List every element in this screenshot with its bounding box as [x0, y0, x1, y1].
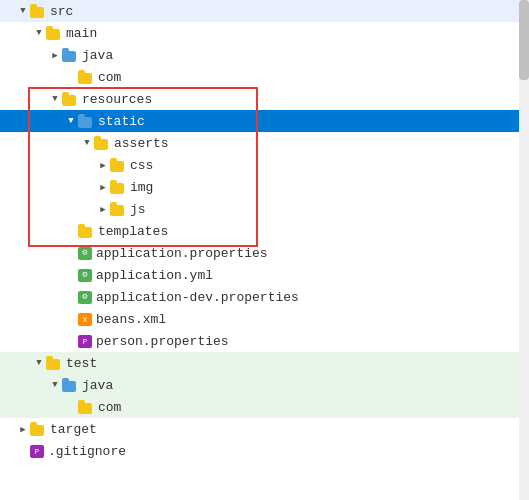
scrollbar[interactable] [519, 0, 529, 500]
tree-arrow: ▶ [48, 50, 62, 61]
tree-item-resources[interactable]: ▼resources [0, 88, 529, 110]
tree-item-person.properties[interactable]: Pperson.properties [0, 330, 529, 352]
folder-yellow-icon [30, 423, 46, 436]
tree-item-label: resources [82, 92, 529, 107]
tree-root: ▼src▼main▶javacom▼resources▼static▼asser… [0, 0, 529, 462]
tree-arrow: ▶ [96, 160, 110, 171]
tree-item-test-java[interactable]: ▼java [0, 374, 529, 396]
tree-item-label: templates [98, 224, 529, 239]
tree-item-js[interactable]: ▶js [0, 198, 529, 220]
tree-arrow: ▼ [32, 28, 46, 38]
tree-item-test[interactable]: ▼test [0, 352, 529, 374]
tree-item-label: src [50, 4, 529, 19]
tree-item-label: beans.xml [96, 312, 529, 327]
tree-item-gitignore[interactable]: P.gitignore [0, 440, 529, 462]
tree-item-src[interactable]: ▼src [0, 0, 529, 22]
folder-yellow-icon [78, 401, 94, 414]
folder-yellow-icon [110, 181, 126, 194]
tree-item-application.yml[interactable]: ⚙application.yml [0, 264, 529, 286]
tree-item-img[interactable]: ▶img [0, 176, 529, 198]
tree-item-label: static [98, 114, 529, 129]
tree-item-templates[interactable]: templates [0, 220, 529, 242]
tree-arrow: ▶ [96, 204, 110, 215]
folder-blue-icon [62, 49, 78, 62]
file-green-icon: ⚙ [78, 247, 92, 260]
tree-item-label: application.yml [96, 268, 529, 283]
tree-item-css[interactable]: ▶css [0, 154, 529, 176]
file-tree: ▼src▼main▶javacom▼resources▼static▼asser… [0, 0, 529, 500]
file-green-icon: ⚙ [78, 291, 92, 304]
tree-item-test-com[interactable]: com [0, 396, 529, 418]
folder-yellow-icon [46, 357, 62, 370]
tree-item-label: com [98, 70, 529, 85]
file-xml-icon: X [78, 313, 92, 326]
tree-item-label: java [82, 378, 529, 393]
tree-arrow: ▼ [64, 116, 78, 126]
tree-item-label: java [82, 48, 529, 63]
tree-item-application.properties[interactable]: ⚙application.properties [0, 242, 529, 264]
tree-item-label: asserts [114, 136, 529, 151]
tree-arrow: ▼ [48, 94, 62, 104]
folder-yellow-icon [46, 27, 62, 40]
tree-arrow: ▼ [48, 380, 62, 390]
tree-item-label: .gitignore [48, 444, 529, 459]
tree-item-label: application.properties [96, 246, 529, 261]
file-props-icon: P [78, 335, 92, 348]
tree-arrow: ▼ [16, 6, 30, 16]
tree-arrow: ▶ [96, 182, 110, 193]
tree-item-static[interactable]: ▼static [0, 110, 529, 132]
tree-item-label: img [130, 180, 529, 195]
tree-arrow: ▶ [16, 424, 30, 435]
folder-yellow-icon [30, 5, 46, 18]
folder-yellow-icon [78, 225, 94, 238]
tree-arrow: ▼ [80, 138, 94, 148]
folder-yellow-icon [110, 159, 126, 172]
tree-item-com[interactable]: com [0, 66, 529, 88]
folder-blue-icon [62, 379, 78, 392]
tree-item-label: css [130, 158, 529, 173]
tree-item-beans.xml[interactable]: Xbeans.xml [0, 308, 529, 330]
scrollbar-thumb[interactable] [519, 0, 529, 80]
folder-blue-icon [78, 115, 94, 128]
tree-item-label: com [98, 400, 529, 415]
file-green-icon: ⚙ [78, 269, 92, 282]
tree-item-label: person.properties [96, 334, 529, 349]
tree-item-label: test [66, 356, 529, 371]
folder-yellow-icon [94, 137, 110, 150]
tree-item-main[interactable]: ▼main [0, 22, 529, 44]
tree-item-label: application-dev.properties [96, 290, 529, 305]
tree-item-application-dev.properties[interactable]: ⚙application-dev.properties [0, 286, 529, 308]
folder-yellow-icon [62, 93, 78, 106]
tree-item-asserts[interactable]: ▼asserts [0, 132, 529, 154]
tree-item-target[interactable]: ▶target [0, 418, 529, 440]
tree-item-label: main [66, 26, 529, 41]
tree-item-java[interactable]: ▶java [0, 44, 529, 66]
tree-arrow: ▼ [32, 358, 46, 368]
tree-item-label: target [50, 422, 529, 437]
tree-item-label: js [130, 202, 529, 217]
folder-yellow-icon [78, 71, 94, 84]
folder-yellow-icon [110, 203, 126, 216]
file-props-icon: P [30, 445, 44, 458]
